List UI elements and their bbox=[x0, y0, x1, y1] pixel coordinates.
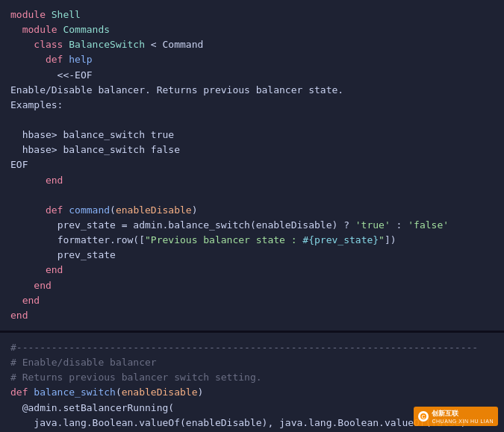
bottom-code-block: #---------------------------------------… bbox=[0, 333, 504, 432]
watermark-logo: C bbox=[418, 411, 429, 422]
svg-text:C: C bbox=[422, 414, 426, 419]
top-code-block: module Shell module Commands class Balan… bbox=[0, 0, 504, 333]
watermark: C 创新互联 CHUANG XIN HU LIAN bbox=[414, 407, 498, 426]
watermark-text: 创新互联 CHUANG XIN HU LIAN bbox=[432, 409, 494, 424]
top-code-content: module Shell module Commands class Balan… bbox=[10, 7, 494, 323]
code-editor: module Shell module Commands class Balan… bbox=[0, 0, 504, 432]
